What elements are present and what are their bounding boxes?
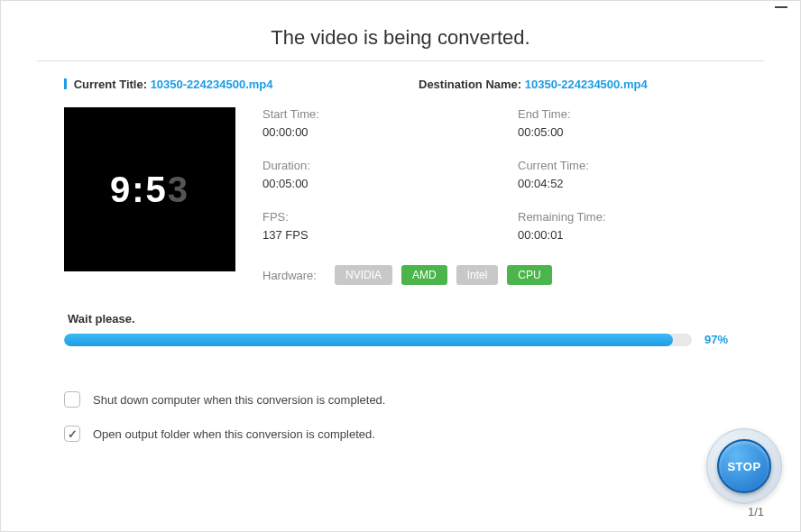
shutdown-checkbox[interactable] — [64, 391, 80, 408]
page-title: The video is being converted. — [1, 1, 800, 60]
minimize-icon[interactable] — [775, 6, 787, 8]
progress-fill — [64, 334, 673, 346]
destination-row: Destination Name: 10350-224234500.mp4 — [419, 78, 737, 91]
current-title-row: Current Title: 10350-224234500.mp4 — [64, 78, 382, 91]
end-time: End Time: 00:05:00 — [518, 107, 737, 139]
accent-bar-icon — [64, 78, 67, 89]
stop-button[interactable]: STOP — [706, 428, 782, 504]
shutdown-label: Shut down computer when this conversion … — [93, 393, 385, 407]
page-counter: 1/1 — [748, 505, 764, 518]
current-time: Current Time: 00:04:52 — [518, 159, 737, 190]
hardware-intel: Intel — [456, 265, 499, 285]
video-thumbnail: 9:53 — [64, 107, 235, 271]
stop-button-label: STOP — [717, 439, 771, 493]
divider — [37, 60, 764, 61]
fps: FPS: 137 FPS — [262, 210, 482, 242]
duration: Duration: 00:05:00 — [262, 159, 482, 190]
open-folder-label: Open output folder when this conversion … — [93, 427, 375, 441]
progress-percent: 97% — [704, 333, 737, 346]
start-time: Start Time: 00:00:00 — [262, 107, 482, 139]
hardware-label: Hardware: — [262, 269, 317, 282]
hardware-cpu: CPU — [507, 265, 551, 285]
hardware-amd: AMD — [401, 265, 447, 285]
destination-value: 10350-224234500.mp4 — [525, 78, 648, 91]
current-title-label: Current Title: — [74, 78, 147, 91]
thumbnail-time: 9:53 — [110, 170, 189, 210]
hardware-row: Hardware: NVIDIA AMD Intel CPU — [262, 265, 737, 285]
open-folder-checkbox[interactable] — [64, 426, 80, 442]
wait-message: Wait please. — [64, 312, 737, 326]
hardware-nvidia: NVIDIA — [335, 265, 392, 285]
current-title-value: 10350-224234500.mp4 — [151, 78, 273, 91]
destination-label: Destination Name: — [419, 78, 521, 91]
progress-bar — [64, 334, 692, 346]
remaining-time: Remaining Time: 00:00:01 — [518, 210, 737, 242]
